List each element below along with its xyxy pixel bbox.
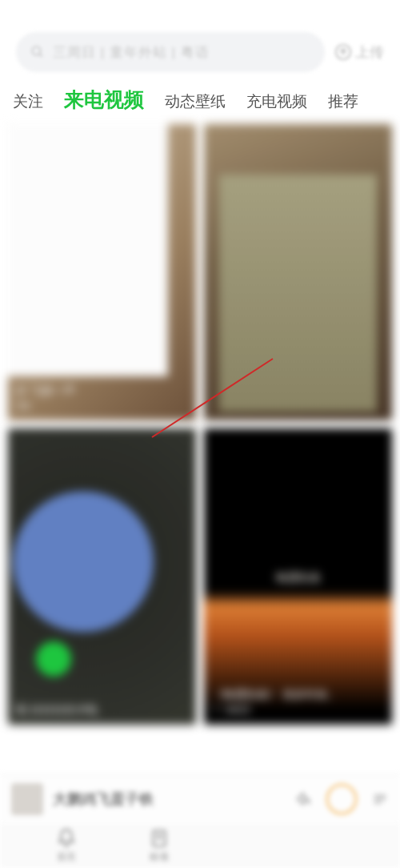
- doc-icon: [149, 828, 170, 849]
- upload-label: 上传: [355, 42, 384, 62]
- bell-icon: [56, 828, 77, 849]
- svg-line-1: [39, 54, 42, 57]
- track-title: 大鹏鸡飞蛋子铁: [53, 790, 285, 809]
- album-art[interactable]: [11, 783, 43, 815]
- share-icon[interactable]: [294, 790, 312, 808]
- tab-follow[interactable]: 关注: [13, 91, 43, 112]
- search-row: 三周日 | 童年外站 | 粤语 上传: [0, 24, 400, 80]
- video-grid: 好 飞扬一声 2w 呢 好好好的冲电 晚霞歌曲 《晚霞歌曲》 很多时候.. ♡ …: [0, 124, 400, 725]
- status-bar: [0, 0, 400, 24]
- list-icon[interactable]: [371, 790, 389, 808]
- search-placeholder: 三周日 | 童年外站 | 粤语: [53, 43, 210, 62]
- video-card[interactable]: [204, 124, 392, 420]
- tab-recommend[interactable]: 推荐: [328, 91, 358, 112]
- card-mid-text: 晚霞歌曲: [204, 571, 392, 585]
- search-input[interactable]: 三周日 | 童年外站 | 粤语: [16, 32, 325, 72]
- tab-charging-video[interactable]: 充电视频: [246, 91, 307, 112]
- thumbnail-placeholder: [8, 124, 168, 376]
- svg-point-0: [32, 46, 41, 55]
- mini-player[interactable]: 大鹏鸡飞蛋子铁: [0, 775, 400, 823]
- tab-call-video[interactable]: 来电视频: [64, 86, 144, 113]
- card-caption: 呢 好好好的冲电: [16, 702, 98, 718]
- tab-live-wallpaper[interactable]: 动态壁纸: [165, 91, 226, 112]
- upload-icon: [334, 43, 352, 61]
- bottom-nav: 首页 标准: [0, 823, 400, 868]
- video-card[interactable]: 晚霞歌曲 《晚霞歌曲》 很多时候.. ♡ 5422: [204, 428, 392, 725]
- card-caption: 《晚霞歌曲》 很多时候.. ♡ 5422: [212, 687, 334, 718]
- tab-bar: 关注 来电视频 动态壁纸 充电视频 推荐: [0, 80, 400, 124]
- upload-button[interactable]: 上传: [334, 42, 384, 62]
- search-icon: [30, 45, 45, 59]
- card-caption: 好 飞扬一声 2w: [16, 383, 75, 414]
- video-card[interactable]: 好 飞扬一声 2w: [8, 124, 196, 420]
- nav-standard[interactable]: 标准: [149, 828, 170, 864]
- video-card[interactable]: 呢 好好好的冲电: [8, 428, 196, 725]
- player-controls: [294, 784, 389, 814]
- add-icon[interactable]: [36, 641, 71, 677]
- play-icon[interactable]: [326, 784, 357, 814]
- nav-home[interactable]: 首页: [56, 828, 77, 864]
